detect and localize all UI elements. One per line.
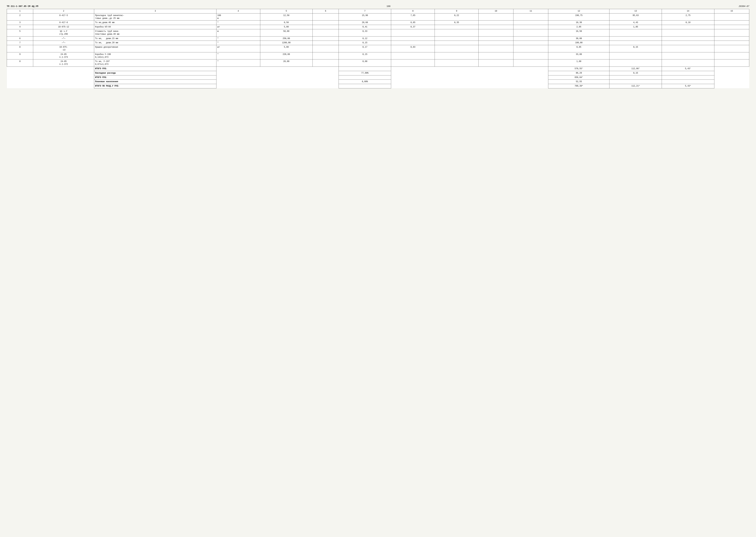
cell-6-8: 0,03 <box>391 45 435 52</box>
header-left: ТП 211-1-307.85 СМ АД.УП <box>7 5 38 8</box>
col-header-8: 8 <box>391 9 435 14</box>
cell-6-14 <box>662 45 714 52</box>
cell-6-10 <box>479 45 513 52</box>
cell-6-5: 5,00 <box>260 45 313 52</box>
summary-label-0: ИТОГО РУБ: <box>94 66 217 71</box>
sum-e5-0 <box>260 66 313 71</box>
sum-col12-2: 656,84° <box>548 75 609 80</box>
col-header-11: 11 <box>514 9 548 14</box>
table-row: 6—"—То же, диам.15 мм"250,000,1230,00 <box>7 36 749 41</box>
sum-e11-4 <box>514 84 548 88</box>
cell-7-15 <box>714 52 749 60</box>
sum-e15-2 <box>714 75 749 80</box>
sum-col14-4: 5,43* <box>662 84 714 88</box>
sum-e8-3 <box>391 80 435 84</box>
sum-col12-0: 570,55° <box>548 66 609 71</box>
summary-label-3: Плановые накопления <box>94 80 217 84</box>
cell-7-6 <box>313 52 339 60</box>
cell-3-13 <box>609 29 662 36</box>
sum-e8-2 <box>391 75 435 80</box>
cell-4-6 <box>313 36 339 41</box>
cell-4-13 <box>609 36 662 41</box>
cell-1-9: 0,35 <box>435 21 479 25</box>
sum-e8-4 <box>391 84 435 88</box>
sum-pct-4 <box>339 84 391 88</box>
cell-3-3: Стоимость труб вини- пластовых диам.40 м… <box>94 29 217 36</box>
summary-empty-0 <box>7 66 33 71</box>
sum-e10-2 <box>479 75 513 80</box>
cell-5-15 <box>714 41 749 45</box>
cell-1-13: 4,43 <box>609 21 662 25</box>
cell-4-4: " <box>217 36 260 41</box>
sum-e5-3 <box>260 80 313 84</box>
cell-4-12: 30,00 <box>548 36 609 41</box>
main-table: 1 2 3 4 5 6 7 8 9 10 11 12 13 14 15 28-4… <box>7 9 749 88</box>
sum-pct-0 <box>339 66 391 71</box>
cell-4-3: То же, диам.15 мм <box>94 36 217 41</box>
cell-7-12: 33,00 <box>548 52 609 60</box>
sum-e15-4 <box>714 84 749 88</box>
sum-e11-2 <box>514 75 548 80</box>
sum-e15-3 <box>714 80 749 84</box>
col-header-13: 13 <box>609 9 662 14</box>
cell-1-5: 0,50 <box>260 21 313 25</box>
cell-5-10 <box>479 41 513 45</box>
table-row: 7—"—То же, диам.20 мм"1200,000,15180,00 <box>7 41 749 45</box>
cell-8-10 <box>479 60 513 67</box>
cell-8-6 <box>313 60 339 67</box>
cell-8-14 <box>662 60 714 67</box>
cell-4-2: —"— <box>33 36 94 41</box>
cell-8-15 <box>714 60 749 67</box>
cell-6-15 <box>714 45 749 52</box>
summary-empty-2 <box>7 75 33 80</box>
summary-label-2: ИТОГО РУБ: <box>94 75 217 80</box>
cell-3-1: 5 <box>7 29 33 36</box>
cell-2-7: 0,41 <box>339 25 391 29</box>
summary-row: ИТОГО ПО РАЗД.У РУБ:709,39*112,21*5,43* <box>7 84 749 88</box>
sum-pct-2 <box>339 75 391 80</box>
cell-7-8 <box>391 52 435 60</box>
cell-3-11 <box>514 29 548 36</box>
cell-8-1: 0 <box>7 60 33 67</box>
sum-e10-0 <box>479 66 513 71</box>
cell-2-3: Коробка КЛ-04 <box>94 25 217 29</box>
cell-2-5: 5,00 <box>260 25 313 29</box>
cell-5-9 <box>435 41 479 45</box>
cell-0-11 <box>514 13 548 21</box>
cell-3-14 <box>662 29 714 36</box>
cell-0-4: 100 м <box>217 13 260 21</box>
sum-col13-1: 0,15 <box>609 71 662 75</box>
cell-4-9 <box>435 36 479 41</box>
table-row: 38-417-6То же,диам.40 мм"0,5020,608,850,… <box>7 21 749 25</box>
cell-1-14: 0,18 <box>662 21 714 25</box>
cell-4-15 <box>714 36 749 41</box>
cell-4-10 <box>479 36 513 41</box>
cell-5-13 <box>609 41 662 45</box>
cell-0-13: 95,63 <box>609 13 662 21</box>
header-right: 20384-07 <box>739 5 749 8</box>
cell-2-15 <box>714 25 749 29</box>
cell-8-11 <box>514 60 548 67</box>
col-header-10: 10 <box>479 9 513 14</box>
table-row: 024-05 п.1-372То же, У-197 0,071х1,073"2… <box>7 60 749 67</box>
cell-3-7: 0,33 <box>339 29 391 36</box>
cell-8-5: 20,00 <box>260 60 313 67</box>
cell-2-13: 1,85 <box>609 25 662 29</box>
summary-label-1: Накладные расходы <box>94 71 217 75</box>
cell-3-8 <box>391 29 435 36</box>
table-row: 810-975- -13Крышка декоративнаяшт5,000,1… <box>7 45 749 52</box>
sum-e8-0 <box>391 66 435 71</box>
sum-e9-1 <box>435 71 479 75</box>
cell-1-12: 10,30 <box>548 21 609 25</box>
sum-col14-1 <box>662 71 714 75</box>
cell-6-13: 0,15 <box>609 45 662 52</box>
cell-0-7: 15,90 <box>339 13 391 21</box>
header-center: 108 <box>38 5 739 8</box>
cell-8-8 <box>391 60 435 67</box>
cell-1-15 <box>714 21 749 25</box>
cell-0-9: 0,22 <box>435 13 479 21</box>
cell-0-15 <box>714 13 749 21</box>
cell-4-14 <box>662 36 714 41</box>
cell-6-4: шт <box>217 45 260 52</box>
sum-e4-0 <box>217 66 260 71</box>
